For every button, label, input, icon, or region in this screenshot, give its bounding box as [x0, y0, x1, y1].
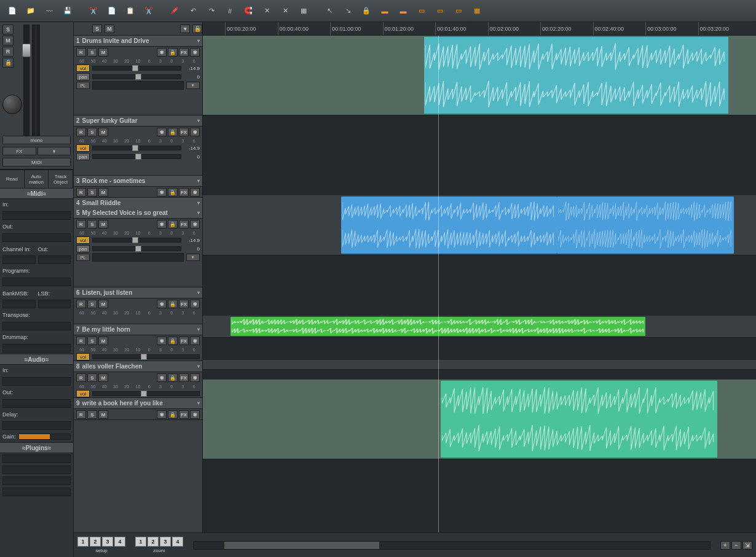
- track-fx-button[interactable]: FX: [179, 220, 189, 228]
- master-record-button[interactable]: R: [2, 47, 14, 56]
- track-mute-button[interactable]: M: [98, 220, 108, 228]
- group-icon[interactable]: ▦: [295, 2, 312, 20]
- track-record-button[interactable]: R: [76, 48, 86, 56]
- master-solo-button[interactable]: S: [2, 25, 14, 34]
- pointer-icon[interactable]: ↘: [339, 2, 356, 20]
- track-head-4[interactable]: 4Small Riiddle▾: [74, 198, 202, 208]
- chevron-down-icon[interactable]: ▾: [197, 210, 200, 216]
- plugin-icon[interactable]: ✾: [190, 188, 200, 197]
- gear-icon[interactable]: ✾: [157, 410, 167, 419]
- volume-slider[interactable]: [92, 354, 200, 359]
- ch-in-dropdown[interactable]: [2, 255, 36, 264]
- paste-icon[interactable]: 📋: [122, 2, 139, 20]
- midi-button[interactable]: MIDI: [2, 158, 71, 166]
- track-mute-button[interactable]: M: [98, 410, 108, 419]
- track-lane-2[interactable]: [203, 195, 756, 255]
- chevron-down-icon[interactable]: ▾: [197, 178, 200, 184]
- lock-icon[interactable]: 🔒: [168, 410, 178, 419]
- setup-1-button[interactable]: 1: [77, 537, 89, 547]
- zoom-2-button[interactable]: 2: [148, 537, 159, 547]
- bar6-icon[interactable]: ▦: [468, 2, 486, 20]
- bar1-icon[interactable]: ▬: [376, 2, 393, 20]
- volume-slider[interactable]: [92, 146, 181, 150]
- track-fx-button[interactable]: FX: [179, 128, 189, 136]
- track-record-button[interactable]: R: [76, 410, 86, 419]
- zoom-1-button[interactable]: 1: [135, 537, 146, 547]
- track-fx-button[interactable]: FX: [179, 337, 189, 345]
- pl-arrow[interactable]: ▾: [186, 254, 200, 261]
- track-head-3[interactable]: 3Rock me - sometimes▾RSM✾🔒FX✾: [74, 176, 202, 198]
- audio-clip[interactable]: [557, 197, 734, 254]
- lock-icon[interactable]: 🔒: [168, 128, 178, 136]
- zoom-3-button[interactable]: 3: [160, 537, 171, 547]
- marker-icon[interactable]: 🖍️: [166, 2, 183, 20]
- midi-out-dropdown[interactable]: [2, 233, 71, 242]
- track-mute-button[interactable]: M: [98, 337, 108, 345]
- track-fx-button[interactable]: FX: [179, 373, 189, 382]
- bar3-icon[interactable]: ▭: [413, 2, 430, 20]
- transpose-dropdown[interactable]: [2, 322, 71, 330]
- zoom-in-h-button[interactable]: +: [720, 541, 730, 550]
- bar5-icon[interactable]: ▭: [450, 2, 467, 20]
- track-head-1[interactable]: 1Drums Invite and Drive▾RSM✾🔒FX✾60504030…: [74, 36, 202, 115]
- grid-icon[interactable]: #: [221, 2, 238, 20]
- cursor-icon[interactable]: ↖: [321, 2, 338, 20]
- track-record-button[interactable]: R: [76, 373, 86, 382]
- programm-dropdown[interactable]: [2, 278, 71, 286]
- plugin-icon[interactable]: ✾: [190, 300, 200, 308]
- track-record-button[interactable]: R: [76, 128, 86, 136]
- gear-icon[interactable]: ✾: [157, 373, 167, 382]
- pl-button[interactable]: PL: [76, 254, 90, 261]
- track-lane-1[interactable]: [203, 36, 756, 115]
- global-solo-button[interactable]: S: [92, 25, 102, 33]
- track-mute-button[interactable]: M: [98, 373, 108, 382]
- track-fx-button[interactable]: FX: [179, 48, 189, 56]
- snap-icon[interactable]: 🧲: [240, 2, 257, 20]
- global-lock-button[interactable]: 🔓: [192, 25, 202, 33]
- track-solo-button[interactable]: S: [87, 373, 97, 382]
- plugin-icon[interactable]: ✾: [190, 48, 200, 56]
- volume-slider[interactable]: [92, 66, 181, 71]
- lock-icon[interactable]: 🔒: [168, 373, 178, 382]
- audio-in-dropdown[interactable]: [2, 377, 71, 386]
- chevron-down-icon[interactable]: ▾: [197, 364, 200, 369]
- timeline[interactable]: [203, 36, 756, 532]
- gear-icon[interactable]: ✾: [157, 300, 167, 308]
- plugin-icon[interactable]: ✾: [190, 373, 200, 382]
- track-mute-button[interactable]: M: [98, 300, 108, 308]
- bar4-icon[interactable]: ▭: [431, 2, 449, 20]
- timeline-ruler[interactable]: 00:00:20:0000:00:40:0000:01:00:0000:01:2…: [203, 22, 756, 35]
- track-solo-button[interactable]: S: [87, 48, 97, 56]
- track-solo-button[interactable]: S: [87, 188, 97, 197]
- pan-slider[interactable]: [92, 74, 181, 79]
- crossfade2-icon[interactable]: ✕: [277, 2, 294, 20]
- pl-dropdown[interactable]: [92, 81, 184, 90]
- volume-slider[interactable]: [92, 391, 200, 396]
- delay-field[interactable]: [2, 421, 71, 430]
- gear-icon[interactable]: ✾: [157, 188, 167, 197]
- bank-dropdown[interactable]: [2, 300, 36, 308]
- track-mute-button[interactable]: M: [98, 188, 108, 197]
- audio-clip[interactable]: [341, 197, 557, 254]
- track-solo-button[interactable]: S: [87, 337, 97, 345]
- lock-icon[interactable]: 🔒: [168, 188, 178, 197]
- track-fx-button[interactable]: FX: [179, 188, 189, 197]
- lock-icon[interactable]: 🔒: [168, 48, 178, 56]
- master-mute-button[interactable]: M: [2, 36, 14, 45]
- global-mute-button[interactable]: M: [104, 25, 114, 33]
- track-solo-button[interactable]: S: [87, 128, 97, 136]
- zoom-out-h-button[interactable]: −: [731, 541, 741, 550]
- gear-icon[interactable]: ✾: [157, 220, 167, 228]
- drummap-dropdown[interactable]: [2, 344, 71, 353]
- gear-icon[interactable]: ✾: [157, 128, 167, 136]
- undo-icon[interactable]: ↶: [184, 2, 202, 20]
- track-fx-button[interactable]: FX: [179, 410, 189, 419]
- plugin-icon[interactable]: ✾: [190, 337, 200, 345]
- chevron-down-icon[interactable]: ▾: [197, 38, 200, 44]
- track-solo-button[interactable]: S: [87, 220, 97, 228]
- audio-out-dropdown[interactable]: [2, 399, 71, 408]
- track-fx-button[interactable]: FX: [179, 300, 189, 308]
- copy-icon[interactable]: 📄: [103, 2, 120, 20]
- track-head-5[interactable]: 5My Selected Voice is so great▾RSM✾🔒FX✾6…: [74, 208, 202, 287]
- cut2-icon[interactable]: ✂️: [140, 2, 157, 20]
